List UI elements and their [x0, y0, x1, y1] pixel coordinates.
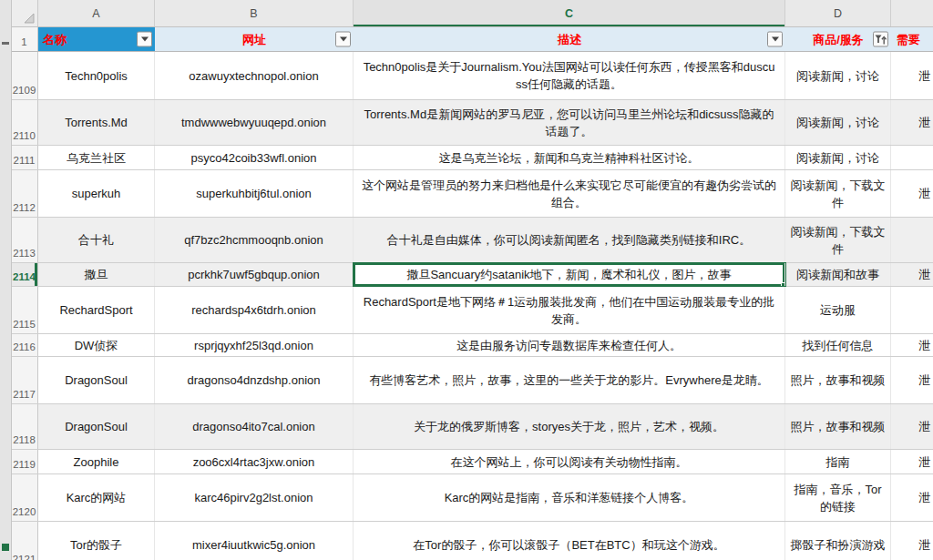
cell-url[interactable]: rsprjqyxhf25l3qd.onion: [155, 334, 354, 356]
cell-url[interactable]: karc46pirv2g2lst.onion: [155, 474, 354, 521]
cell-service[interactable]: 阅读新闻和故事: [785, 263, 891, 286]
cell-name[interactable]: Zoophile: [38, 450, 155, 473]
cell-url[interactable]: ozawuyxtechnopol.onion: [155, 52, 354, 99]
filter-header-row: 1 名称 网址 描述 商品/服务: [11, 27, 933, 52]
filter-dropdown-button-desc[interactable]: [767, 32, 783, 47]
cell-service[interactable]: 阅读新闻，讨论: [785, 146, 891, 169]
cell-name[interactable]: DragonSoul: [38, 404, 155, 449]
column-header-c[interactable]: C: [354, 0, 785, 26]
cell-desc[interactable]: 在这个网站上，你可以阅读有关动物性指南。: [354, 450, 785, 473]
row-header[interactable]: 2115: [11, 287, 38, 333]
table-row: 2115 RechardSport rechardsp4x6tdrh.onion…: [11, 287, 933, 334]
cell-desc[interactable]: 有些博客艺术，照片，故事，这里的一些关于龙的影片。Evrywhere是龙睛。: [354, 357, 785, 403]
column-header-e[interactable]: [891, 0, 933, 26]
header-cell-service[interactable]: 商品/服务: [785, 27, 891, 51]
cell-extra[interactable]: 泄: [891, 52, 933, 99]
cell-name[interactable]: RechardSport: [38, 287, 155, 333]
row-header-active[interactable]: 2114: [11, 263, 38, 286]
cell-extra[interactable]: [891, 146, 933, 169]
row-header[interactable]: 2119: [11, 450, 38, 473]
header-cell-url[interactable]: 网址: [155, 27, 354, 51]
split-handle-icon[interactable]: [2, 42, 9, 45]
cell-name[interactable]: Karc的网站: [38, 474, 155, 521]
cell-extra[interactable]: 泄: [891, 522, 933, 560]
cell-service[interactable]: 掷骰子和扮演游戏: [785, 522, 891, 560]
cell-name[interactable]: 乌克兰社区: [38, 146, 155, 169]
filter-dropdown-button-name[interactable]: [137, 32, 152, 47]
cell-url[interactable]: dragonso4ito7cal.onion: [155, 404, 354, 449]
cell-url[interactable]: zoo6cxl4rtac3jxw.onion: [155, 450, 354, 473]
header-cell-extra[interactable]: 需要: [891, 27, 933, 51]
cell-service[interactable]: 指南，音乐，Tor的链接: [785, 474, 891, 521]
cell-name[interactable]: DragonSoul: [38, 357, 155, 403]
cell-name[interactable]: 合十礼: [38, 218, 155, 262]
row-header[interactable]: 2109: [11, 52, 38, 99]
row-header[interactable]: 2121: [11, 522, 38, 560]
cell-url[interactable]: qf7bzc2hcmmooqnb.onion: [155, 218, 354, 262]
cell-extra[interactable]: 泄: [891, 357, 933, 403]
cell-desc[interactable]: 这是乌克兰论坛，新闻和乌克兰精神科社区讨论。: [354, 146, 785, 169]
cell-service[interactable]: 找到任何信息: [785, 334, 891, 356]
cell-service[interactable]: 阅读新闻，下载文件: [785, 170, 891, 217]
cell-desc[interactable]: 关于龙的俄罗斯博客，storyes关于龙，照片，艺术，视频。: [354, 404, 785, 449]
cell-extra[interactable]: 泄: [891, 450, 933, 473]
row-header[interactable]: 2112: [11, 170, 38, 217]
cell-service[interactable]: 照片，故事和视频: [785, 404, 891, 449]
cell-desc[interactable]: Torrents.Md是新闻网站的罗马尼亚，您可以访问马里兰州论坛和dicsus…: [354, 100, 785, 145]
cell-extra[interactable]: [891, 287, 933, 333]
cell-name[interactable]: Tor的骰子: [38, 522, 155, 560]
cell-extra[interactable]: 泄: [891, 263, 933, 286]
cell-extra[interactable]: 泄: [891, 170, 933, 217]
header-cell-desc[interactable]: 描述: [354, 27, 785, 51]
column-header-a[interactable]: A: [38, 0, 155, 26]
row-header-1[interactable]: 1: [11, 27, 38, 51]
column-header-row: A B C D: [11, 0, 933, 27]
cell-desc[interactable]: RechardSport是地下网络＃1运动服装批发商，他们在中国运动服装最专业的…: [354, 287, 785, 333]
cell-desc[interactable]: Karc的网站是指南，音乐和洋葱链接个人博客。: [354, 474, 785, 521]
fill-handle[interactable]: [781, 282, 785, 286]
cell-desc[interactable]: 这个网站是管理员的努力来归档他是什么来实现它尽可能便宜的有趣伪劣尝试的组合。: [354, 170, 785, 217]
cell-desc[interactable]: 在Tor的骰子，你可以滚骰子（BET在BTC）和玩这个游戏。: [354, 522, 785, 560]
cell-url[interactable]: tmdwwwebwyuuqepd.onion: [155, 100, 354, 145]
filter-sorted-dropdown-button[interactable]: [873, 32, 888, 47]
cell-name[interactable]: DW侦探: [38, 334, 155, 356]
row-header[interactable]: 2110: [11, 100, 38, 145]
cell-url[interactable]: superkuhbitj6tul.onion: [155, 170, 354, 217]
filter-dropdown-button-url[interactable]: [335, 32, 351, 47]
cell-url[interactable]: rechardsp4x6tdrh.onion: [155, 287, 354, 333]
row-header[interactable]: 2120: [11, 474, 38, 521]
cell-service[interactable]: 阅读新闻，讨论: [785, 100, 891, 145]
cell-url[interactable]: psyco42coib33wfl.onion: [155, 146, 354, 169]
cell-name[interactable]: Techn0polis: [38, 52, 155, 99]
row-header[interactable]: 2113: [11, 218, 38, 262]
row-header[interactable]: 2111: [11, 146, 38, 169]
row-header[interactable]: 2116: [11, 334, 38, 356]
header-cell-name[interactable]: 名称: [38, 27, 155, 51]
cell-extra[interactable]: 泄: [891, 334, 933, 356]
column-header-b[interactable]: B: [155, 0, 354, 26]
selected-cell-desc[interactable]: 撒旦Sancuary约satanik地下，新闻，魔术和礼仪，图片，故事: [354, 263, 785, 286]
cell-desc[interactable]: 这是由服务访问专题数据库来检查任何人。: [354, 334, 785, 356]
cell-name[interactable]: Torrents.Md: [38, 100, 155, 145]
column-header-d[interactable]: D: [785, 0, 891, 26]
cell-extra[interactable]: 泄: [891, 474, 933, 521]
select-all-corner[interactable]: [11, 0, 38, 26]
cell-url[interactable]: dragonso4dnzdshp.onion: [155, 357, 354, 403]
cell-service[interactable]: 阅读新闻，下载文件: [785, 218, 891, 262]
cell-url[interactable]: pcrkhk7uwf5gbqup.onion: [155, 263, 354, 286]
cell-service[interactable]: 阅读新闻，讨论: [785, 52, 891, 99]
cell-desc[interactable]: Techn0polis是关于Journalism.You法国网站可以读任何东西，…: [354, 52, 785, 99]
cell-url[interactable]: mixer4iuutkwic5g.onion: [155, 522, 354, 560]
row-header[interactable]: 2118: [11, 404, 38, 449]
cell-service[interactable]: 运动服: [785, 287, 891, 333]
cell-name[interactable]: superkuh: [38, 170, 155, 217]
cell-desc[interactable]: 合十礼是自由媒体，你可以阅读新闻匿名，找到隐藏类别链接和IRC。: [354, 218, 785, 262]
cell-extra[interactable]: [891, 218, 933, 262]
cell-service[interactable]: 照片，故事和视频: [785, 357, 891, 403]
cell-extra[interactable]: 泄: [891, 404, 933, 449]
header-label-desc: 描述: [558, 31, 581, 48]
cell-extra[interactable]: 泄: [891, 100, 933, 145]
row-header[interactable]: 2117: [11, 357, 38, 403]
cell-name[interactable]: 撒旦: [38, 263, 155, 286]
cell-service[interactable]: 指南: [785, 450, 891, 473]
